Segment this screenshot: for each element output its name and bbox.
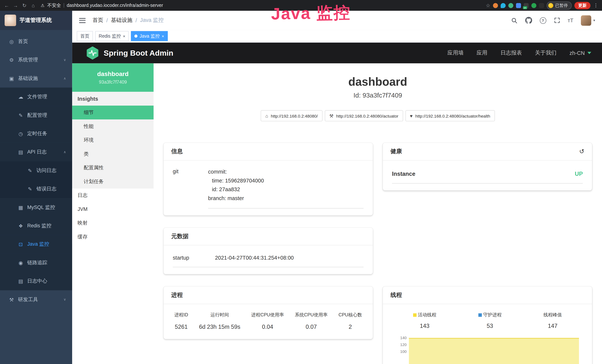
sidebar-item-label: Java 监控	[27, 241, 49, 247]
sba-menu-classes[interactable]: 类	[72, 147, 153, 161]
ytick-label: 140	[392, 336, 407, 340]
sba-menu-details[interactable]: 细节	[72, 106, 153, 119]
sba-nav-wallboard[interactable]: 应用墙	[447, 50, 463, 56]
sidebar-item-error-logs[interactable]: ✎错误日志	[0, 180, 72, 198]
reload-icon[interactable]: ↻	[22, 2, 27, 8]
sidebar-item-access-logs[interactable]: ✎访问日志	[0, 161, 72, 180]
fox-extension-icon[interactable]	[493, 3, 498, 8]
sidebar-item-log-center[interactable]: ▤日志中心	[0, 272, 72, 290]
legend-value: 53	[487, 322, 493, 329]
security-warning-icon: ⚠	[41, 3, 44, 8]
tab-java-monitor[interactable]: Java 监控×	[131, 31, 168, 41]
proxy-extension-icon[interactable]: on	[524, 3, 529, 8]
close-icon[interactable]: ×	[123, 34, 125, 38]
sidebar-item-file-management[interactable]: ☁文件管理	[0, 87, 72, 106]
tab-redis-monitor[interactable]: Redis 监控×	[95, 31, 129, 41]
tab-home[interactable]: 首页	[77, 31, 93, 41]
process-header: 运行时间	[199, 312, 240, 318]
browser-menu-icon[interactable]: ⋮	[593, 3, 598, 8]
sba-menu-config-props[interactable]: 配置属性	[72, 161, 153, 175]
health-card: 健康 ↺ Instance UP	[383, 143, 592, 191]
breadcrumb-infrastructure[interactable]: 基础设施	[111, 17, 132, 24]
sidebar-item-api-logs[interactable]: ▤API 日志∧	[0, 143, 72, 161]
grid-extension-icon[interactable]	[516, 3, 521, 8]
legend-value: 143	[420, 322, 430, 329]
breadcrumb-separator: /	[107, 17, 108, 23]
home-icon[interactable]: ⌂	[30, 2, 36, 8]
sba-language-select[interactable]: zh-CN	[570, 50, 591, 56]
sba-instance-block[interactable]: dashboard 93a3fc7f7409	[72, 64, 153, 92]
threads-card: 线程 活动线程 143 守护进程	[383, 287, 592, 364]
font-size-icon[interactable]: тT	[568, 17, 573, 23]
address-bar[interactable]: ⚠ 不安全 dashboard.yudao.iocoder.cn/infra/a…	[41, 2, 163, 9]
metadata-row: startup 2021-04-27T00:44:31.254+08:00	[173, 252, 364, 268]
sba-brand-title: Spring Boot Admin	[104, 49, 173, 57]
tab-label: Redis 监控	[99, 33, 121, 39]
sba-nav-journal[interactable]: 日志报表	[500, 50, 522, 56]
legend-item: 守护进程 53	[478, 312, 502, 329]
info-card-title: 信息	[171, 148, 183, 155]
legend-value: 147	[548, 322, 558, 329]
process-value: 0.04	[251, 323, 284, 330]
actuator-url-button[interactable]: ⚒http://192.168.0.2:48080/actuator	[325, 110, 403, 121]
sidebar-item-label: 首页	[18, 38, 28, 45]
process-column: 进程CPU使用率0.04	[251, 312, 284, 330]
close-icon[interactable]: ×	[162, 34, 164, 38]
chrome-update-button[interactable]: 更新	[574, 2, 591, 9]
tampermonkey-extension-icon[interactable]	[539, 3, 544, 8]
drop-extension-icon[interactable]	[501, 3, 505, 8]
sba-header: Spring Boot Admin 应用墙 应用 日志报表 关于我们 zh-CN	[72, 43, 602, 64]
sidebar-item-system-management[interactable]: ⚙系统管理∨	[0, 51, 72, 69]
tab-label: Java 监控	[140, 33, 160, 39]
history-icon[interactable]: ↺	[579, 148, 584, 155]
sidebar-item-trace[interactable]: ◉链路追踪	[0, 254, 72, 272]
app-title: 芋道管理系统	[20, 17, 52, 24]
sidebar-item-redis-monitor[interactable]: ❖Redis 监控	[0, 217, 72, 235]
github-icon[interactable]	[525, 17, 532, 24]
service-url-button[interactable]: ⌂http://192.168.0.2:48080/	[261, 110, 322, 121]
sidebar-item-java-monitor[interactable]: ⊡Java 监控	[0, 235, 72, 253]
sidebar-item-scheduled-jobs[interactable]: ◷定时任务	[0, 124, 72, 143]
sba-menu-environment[interactable]: 环境	[72, 133, 153, 147]
error-log-icon: ✎	[27, 186, 33, 192]
app-logo[interactable]: 芋道管理系统	[0, 11, 72, 30]
breadcrumb-home[interactable]: 首页	[93, 17, 103, 24]
edit-icon: ✎	[18, 112, 24, 118]
bookmark-star-icon[interactable]: ☆	[486, 2, 490, 8]
legend-label: 线程峰值	[543, 312, 562, 318]
security-warning-label: 不安全	[47, 2, 61, 9]
user-menu[interactable]: ▾	[581, 15, 595, 26]
sba-menu-logs[interactable]: 日志	[72, 189, 153, 203]
help-icon[interactable]: ?	[540, 17, 546, 23]
forward-icon[interactable]: →	[13, 2, 18, 8]
sba-menu-mappings[interactable]: 映射	[72, 216, 153, 230]
sidebar-item-label: Redis 监控	[27, 222, 51, 229]
home-icon: ⌂	[265, 113, 268, 118]
health-url-button[interactable]: ♥http://192.168.0.2:48080/actuator/healt…	[405, 110, 495, 121]
address-divider	[64, 3, 64, 8]
search-icon[interactable]	[511, 17, 517, 23]
back-icon[interactable]: ←	[4, 2, 10, 8]
sidebar-item-dev-tools[interactable]: ⚒研发工具∨	[0, 290, 72, 309]
sba-nav-about[interactable]: 关于我们	[535, 50, 556, 56]
sidebar-item-label: 系统管理	[18, 56, 38, 63]
sidebar-item-home[interactable]: ◎首页	[0, 32, 72, 51]
screen: Java 监控 ← → ↻ ⌂ ⚠ 不安全 dashboard.yudao.io…	[0, 0, 602, 364]
leaf-extension-icon[interactable]	[531, 3, 536, 8]
sba-menu-scheduled-tasks[interactable]: 计划任务	[72, 175, 153, 189]
sba-menu-caches[interactable]: 缓存	[72, 230, 153, 244]
sba-nav-applications[interactable]: 应用	[477, 50, 487, 56]
chevron-down-icon: ∨	[64, 298, 66, 301]
metadata-value: 2021-04-27T00:44:31.254+08:00	[215, 255, 294, 261]
fullscreen-icon[interactable]	[554, 17, 560, 23]
sba-menu-performance[interactable]: 性能	[72, 119, 153, 133]
sidebar-item-mysql-monitor[interactable]: ▦MySQL 监控	[0, 198, 72, 217]
vue-extension-icon[interactable]	[508, 3, 513, 8]
sidebar-item-label: 日志中心	[27, 278, 47, 284]
sba-menu-jvm[interactable]: JVM	[72, 202, 153, 216]
sidebar-item-config-management[interactable]: ✎配置管理	[0, 106, 72, 124]
profile-sync-paused-badge[interactable]: 已暂停	[547, 1, 572, 9]
sidebar-item-infrastructure[interactable]: ▣基础设施∧	[0, 69, 72, 87]
sidebar-toggle-icon[interactable]	[79, 18, 86, 23]
sba-section-title: Insights	[72, 92, 153, 106]
